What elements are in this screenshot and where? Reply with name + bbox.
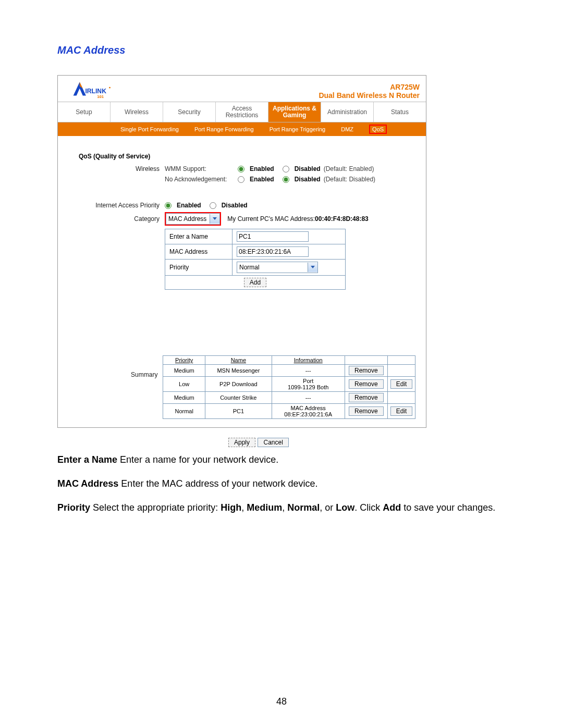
sub-nav-tabs: Single Port Forwarding Port Range Forwar… xyxy=(58,122,426,136)
chevron-down-icon xyxy=(210,214,219,224)
svg-marker-6 xyxy=(311,266,315,268)
mac-entry-form: Enter a Name MAC Address Priority Normal xyxy=(165,229,346,290)
noack-default-note: (Default: Disabled) xyxy=(324,176,375,183)
table-row: Medium MSN Messenger --- Remove xyxy=(163,365,415,377)
mac-field-label: MAC Address xyxy=(165,244,232,260)
priority-field-label: Priority xyxy=(165,260,232,276)
tab-applications-gaming[interactable]: Applications & Gaming xyxy=(268,102,321,122)
wmm-enabled-radio[interactable] xyxy=(238,166,244,172)
subtab-single-port-fwd[interactable]: Single Port Forwarding xyxy=(120,126,179,132)
section-title: MAC Address xyxy=(57,44,506,56)
remove-button[interactable]: Remove xyxy=(349,393,384,402)
chevron-down-icon xyxy=(308,263,317,272)
svg-text:101: 101 xyxy=(97,94,104,99)
cancel-button[interactable]: Cancel xyxy=(258,438,288,447)
tab-access-restrictions[interactable]: Access Restrictions xyxy=(216,102,268,122)
summary-table: Priority Name Information Medium MSN Mes… xyxy=(163,355,415,419)
desc-name: Enter a Name Enter a name for your netwo… xyxy=(57,453,506,466)
disabled-label: Disabled xyxy=(295,165,321,172)
enabled-label: Enabled xyxy=(250,165,274,172)
noack-disabled-radio[interactable] xyxy=(283,176,289,183)
product-line: Dual Band Wireless N Router xyxy=(319,91,420,100)
noack-label: No Acknowledgement: xyxy=(165,176,232,183)
tab-wireless[interactable]: Wireless xyxy=(111,102,163,122)
wmm-disabled-radio[interactable] xyxy=(283,166,289,172)
panel-header: IRLINK 101 AR725W Dual Band Wireless N R… xyxy=(58,76,426,102)
wireless-label: Wireless xyxy=(79,165,165,172)
remove-button[interactable]: Remove xyxy=(349,379,384,389)
name-input[interactable] xyxy=(237,231,309,242)
edit-button[interactable]: Edit xyxy=(390,406,413,416)
svg-marker-5 xyxy=(213,217,217,220)
noack-enabled-radio[interactable] xyxy=(238,176,244,183)
category-select-highlight: MAC Address xyxy=(165,212,221,226)
page-number: 48 xyxy=(0,696,563,707)
svg-text:IRLINK: IRLINK xyxy=(85,88,106,95)
category-label: Category xyxy=(79,215,165,223)
desc-mac: MAC Address Enter the MAC address of you… xyxy=(57,477,506,490)
main-nav-tabs: Setup Wireless Security Access Restricti… xyxy=(58,102,426,122)
add-button[interactable]: Add xyxy=(244,278,266,287)
wmm-default-note: (Default: Enabled) xyxy=(324,165,374,172)
edit-button[interactable]: Edit xyxy=(390,379,413,389)
name-field-label: Enter a Name xyxy=(165,229,232,244)
table-row: Normal PC1 MAC Address 08:EF:23:00:21:6A… xyxy=(163,404,415,419)
desc-priority: Priority Select the appropriate priority… xyxy=(57,501,506,514)
col-priority: Priority xyxy=(163,356,205,365)
col-name: Name xyxy=(205,356,272,365)
summary-label: Summary xyxy=(79,355,163,378)
tab-administration[interactable]: Administration xyxy=(321,102,374,122)
mac-note-value: 00:40:F4:8D:48:83 xyxy=(315,215,369,223)
airlink-logo: IRLINK 101 xyxy=(63,80,115,100)
table-row: Low P2P Download Port 1099-1129 Both Rem… xyxy=(163,377,415,392)
tab-setup[interactable]: Setup xyxy=(58,102,111,122)
svg-point-3 xyxy=(109,87,111,89)
remove-button[interactable]: Remove xyxy=(349,406,384,416)
subtab-dmz[interactable]: DMZ xyxy=(341,126,353,132)
remove-button[interactable]: Remove xyxy=(349,366,384,375)
table-row: Medium Counter Strike --- Remove xyxy=(163,392,415,404)
priority-select[interactable]: Normal xyxy=(237,262,318,273)
wmm-label: WMM Support: xyxy=(165,165,232,172)
category-select[interactable]: MAC Address xyxy=(166,213,220,225)
iap-label: Internet Access Priority xyxy=(79,202,165,209)
mac-input[interactable] xyxy=(237,246,309,257)
apply-button[interactable]: Apply xyxy=(228,438,255,447)
tab-status[interactable]: Status xyxy=(374,102,426,122)
qos-heading: QoS (Quality of Service) xyxy=(79,153,415,160)
mac-note-prefix: My Current PC's MAC Address: xyxy=(227,215,315,223)
subtab-qos[interactable]: QoS xyxy=(369,125,387,134)
iap-enabled-radio[interactable] xyxy=(165,202,172,209)
model-number: AR725W xyxy=(319,83,420,91)
iap-disabled-radio[interactable] xyxy=(210,202,216,209)
subtab-port-range-trigger[interactable]: Port Range Triggering xyxy=(270,126,326,132)
router-admin-panel: IRLINK 101 AR725W Dual Band Wireless N R… xyxy=(57,75,426,428)
col-information: Information xyxy=(272,356,345,365)
subtab-port-range-fwd[interactable]: Port Range Forwarding xyxy=(194,126,254,132)
tab-security[interactable]: Security xyxy=(163,102,216,122)
